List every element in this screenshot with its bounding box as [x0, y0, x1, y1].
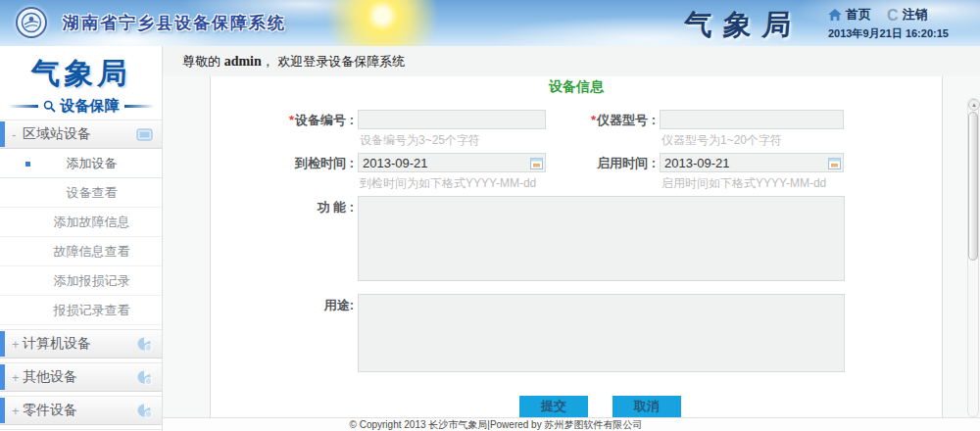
stats-icon — [137, 337, 153, 352]
search-icon — [43, 100, 56, 113]
brand-title: 气象局 — [682, 6, 803, 45]
sidebar-item-label: 报损记录查看 — [54, 303, 130, 317]
expand-indicator: + — [12, 404, 23, 418]
expand-indicator: + — [12, 337, 23, 352]
sidebar-group-parts[interactable]: + 零件设备 — [0, 396, 162, 425]
enable-date-hint: 启用时间如下格式YYYY-MM-dd — [662, 176, 826, 190]
stats-icon — [137, 404, 153, 418]
app-title: 湖南省宁乡县设备保障系统 — [63, 12, 286, 34]
calendar-icon[interactable] — [828, 156, 841, 168]
home-link[interactable]: 首页 — [828, 6, 871, 24]
main-content: 设备信息 *设备编号 : *仪器型号 : 设备编号为3~25个字符 仪器型号为1… — [163, 76, 980, 417]
sidebar-logo-title: 气象局 — [0, 54, 163, 94]
sidebar-group-other[interactable]: + 其他设备 — [0, 362, 162, 392]
model-hint: 仪器型号为1~20个字符 — [662, 133, 782, 147]
device-no-hint: 设备编号为3~25个字符 — [360, 133, 480, 147]
sidebar-item-label: 故障信息查看 — [54, 244, 130, 259]
group-label: 零件设备 — [23, 402, 77, 419]
form-title: 设备信息 — [211, 78, 942, 96]
function-textarea[interactable] — [358, 196, 845, 281]
sidebar-item-label: 添加设备 — [67, 156, 118, 170]
enable-date-label: 启用时间 : — [509, 154, 656, 173]
sidebar-item-add-fault[interactable]: 添加故障信息 — [0, 208, 162, 237]
check-date-label: 到检时间 : — [211, 154, 354, 173]
divider — [9, 105, 38, 108]
device-no-label: *设备编号 : — [211, 111, 354, 130]
function-label: 功 能 : — [211, 198, 354, 217]
collapse-indicator: - — [12, 127, 23, 142]
sidebar-group-computer[interactable]: + 计算机设备 — [0, 329, 162, 359]
group-accent-bar — [0, 121, 5, 147]
model-input[interactable] — [660, 110, 844, 129]
vertical-scrollbar[interactable]: ▲ — [967, 98, 979, 417]
submit-button[interactable]: 提交 — [519, 396, 588, 417]
logout-link[interactable]: C 注销 — [887, 6, 928, 24]
logout-label: 注销 — [903, 6, 928, 24]
required-mark: * — [591, 113, 596, 127]
enable-date-input[interactable] — [660, 153, 844, 172]
monitor-icon — [136, 128, 153, 141]
username: admin — [224, 54, 262, 69]
sidebar-item-add-damage[interactable]: 添加报损记录 — [0, 266, 162, 296]
datetime: 2013年9月21日 16:20:15 — [828, 26, 949, 41]
home-label: 首页 — [846, 6, 871, 24]
sidebar-item-add-device[interactable]: 添加设备 — [0, 149, 162, 178]
group-accent-bar — [0, 398, 5, 423]
sidebar-group-region-station[interactable]: - 区域站设备 — [0, 120, 162, 149]
cancel-button[interactable]: 取消 — [612, 396, 681, 417]
scroll-up-icon[interactable]: ▲ — [968, 99, 980, 111]
scrollbar-thumb[interactable] — [968, 112, 978, 261]
model-label: *仪器型号 : — [509, 111, 656, 130]
expand-indicator: + — [12, 370, 23, 385]
copyright-text: © Copyright 2013 长沙市气象局|Powered by 苏州梦图软… — [163, 418, 829, 431]
home-icon — [828, 9, 842, 21]
greeting-bar: 尊敬的 admin， 欢迎登录设备保障系统 — [163, 46, 980, 76]
enable-date-field — [660, 153, 844, 172]
footer: © Copyright 2013 长沙市气象局|Powered by 苏州梦图软… — [163, 417, 980, 431]
sidebar-item-view-device[interactable]: 设备查看 — [0, 178, 162, 208]
bureau-emblem-icon — [16, 7, 47, 38]
check-date-hint: 到检时间为如下格式YYYY-MM-dd — [360, 176, 536, 190]
sidebar-subtitle-label: 设备保障 — [61, 97, 120, 116]
divider — [124, 105, 154, 108]
sidebar-item-view-damage[interactable]: 报损记录查看 — [0, 296, 162, 325]
greeting-suffix: ， 欢迎登录设备保障系统 — [262, 54, 406, 69]
sidebar-item-label: 添加报损记录 — [54, 273, 130, 288]
stats-icon — [137, 370, 153, 385]
sidebar-item-label: 添加故障信息 — [54, 215, 130, 229]
device-form-panel: 设备信息 *设备编号 : *仪器型号 : 设备编号为3~25个字符 仪器型号为1… — [210, 76, 943, 417]
usage-label: 用途: — [211, 296, 354, 315]
header: 湖南省宁乡县设备保障系统 气象局 首页 C 注销 2013年9月21日 16:2… — [0, 0, 980, 47]
active-bullet-icon — [25, 162, 30, 167]
sidebar-subtitle: 设备保障 — [0, 96, 162, 116]
sidebar-item-label: 设备查看 — [67, 185, 118, 200]
greeting-prefix: 尊敬的 — [182, 54, 224, 69]
group-accent-bar — [0, 331, 5, 357]
sidebar-item-view-fault[interactable]: 故障信息查看 — [0, 237, 162, 266]
group-label: 其他设备 — [23, 368, 77, 386]
submenu-region-station: 添加设备 设备查看 添加故障信息 故障信息查看 添加报损记录 报损记录查看 — [0, 149, 162, 325]
sidebar: 气象局 设备保障 - 区域站设备 添加设备 设备查看 添加故障信息 故障信息 — [0, 46, 163, 431]
group-label: 区域站设备 — [23, 125, 91, 143]
top-nav: 首页 C 注销 — [828, 6, 928, 24]
group-accent-bar — [0, 364, 5, 390]
required-mark: * — [289, 113, 294, 127]
group-label: 计算机设备 — [23, 335, 91, 353]
logout-icon: C — [887, 9, 899, 22]
usage-textarea[interactable] — [358, 294, 845, 372]
